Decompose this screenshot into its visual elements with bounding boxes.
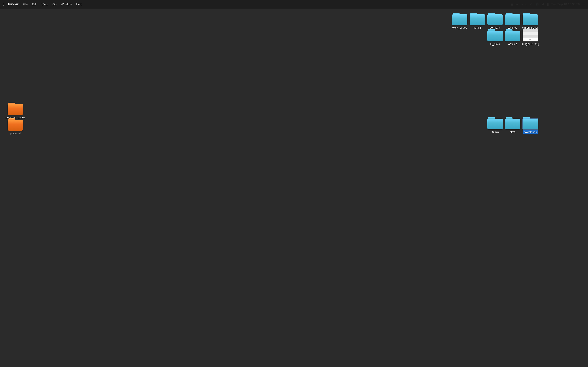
folder-label-films: films [510, 130, 516, 134]
menu-help[interactable]: Help [76, 3, 82, 6]
menu-edit[interactable]: Edit [32, 3, 37, 6]
file-label-image001: image001.png [521, 42, 539, 46]
menu-window[interactable]: Window [61, 3, 72, 6]
folder-label-l3_plots: l3_plots [490, 42, 500, 46]
folder-label-downloads: downloads [523, 130, 538, 134]
folder-label-germany: germany [490, 26, 501, 30]
menu-view[interactable]: View [42, 3, 48, 6]
file-image001[interactable]: PNG image001.png [519, 29, 541, 46]
folder-label-simon_fraser: simon_fraser [522, 26, 538, 30]
apple-menu[interactable]:  [3, 2, 5, 7]
menu-file[interactable]: File [23, 3, 28, 6]
folder-label-articles: articles [508, 42, 517, 46]
menubar:  Finder File Edit View Go Window Help [0, 0, 588, 8]
folder-label-writings: writings [508, 26, 517, 30]
folder-label-work_codes: work_codes [452, 26, 467, 30]
menu-go[interactable]: Go [52, 3, 57, 6]
folder-personal[interactable]: personal [5, 118, 26, 135]
app-name[interactable]: Finder [8, 2, 18, 6]
folder-label-personal: personal [10, 132, 20, 135]
folder-label-deal_ii: deal_ii [474, 26, 481, 30]
desktop: work_codes deal_ii germany writings simo… [0, 8, 588, 367]
folder-personal_codes[interactable]: personal_codes [5, 103, 26, 119]
folder-label-music: music [491, 130, 499, 134]
folder-simon_fraser[interactable]: simon_fraser [519, 13, 541, 30]
folder-downloads[interactable]: downloads [519, 117, 541, 134]
